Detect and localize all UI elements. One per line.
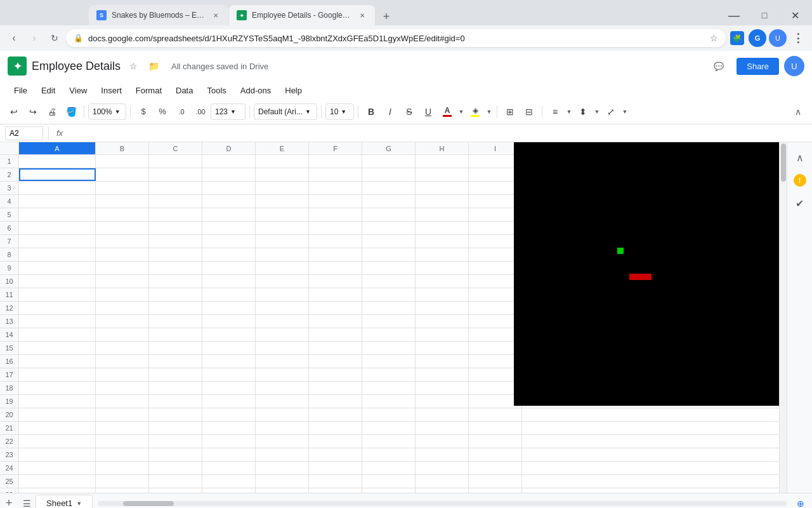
star-icon[interactable]: ☆ [710, 33, 718, 43]
cell[interactable] [416, 408, 469, 421]
cell[interactable] [416, 328, 469, 341]
cell[interactable] [416, 422, 469, 434]
cell[interactable] [19, 342, 96, 354]
tab-snakes-close[interactable]: ✕ [211, 10, 221, 20]
cell[interactable] [202, 328, 256, 341]
cell[interactable] [19, 408, 96, 421]
row-number[interactable]: 6 [0, 222, 19, 234]
cell[interactable] [96, 195, 149, 208]
cell[interactable] [19, 208, 96, 221]
cell[interactable] [19, 328, 96, 341]
cell[interactable] [309, 222, 362, 234]
cell[interactable] [309, 448, 362, 461]
cell[interactable] [202, 208, 256, 221]
cell[interactable] [96, 462, 149, 474]
col-header-e[interactable]: E [256, 142, 309, 154]
cell[interactable] [362, 155, 416, 168]
menu-insert[interactable]: Insert [95, 84, 128, 97]
tab-sheets-close[interactable]: ✕ [357, 10, 367, 20]
menu-file[interactable]: File [8, 84, 34, 97]
sheet-tab-dropdown[interactable]: ▼ [76, 500, 82, 507]
cell[interactable] [19, 248, 96, 261]
cell[interactable] [362, 275, 416, 288]
extensions-button[interactable]: 🧩 [728, 29, 746, 47]
cell[interactable] [256, 408, 309, 421]
cell[interactable] [19, 422, 96, 434]
cell[interactable] [309, 168, 362, 181]
cell[interactable] [202, 182, 256, 194]
cell[interactable] [149, 395, 202, 408]
cell[interactable] [416, 448, 469, 461]
row-number[interactable]: 5 [0, 208, 19, 221]
row-number[interactable]: 12 [0, 302, 19, 314]
cell[interactable] [416, 475, 469, 488]
cell[interactable] [416, 435, 469, 448]
profile-avatar-2[interactable]: U [769, 29, 787, 47]
cell[interactable] [149, 448, 202, 461]
forward-button[interactable]: › [25, 29, 43, 47]
cell[interactable] [256, 382, 309, 394]
cell[interactable] [256, 155, 309, 168]
sheet-tab-sheet1[interactable]: Sheet1 ▼ [36, 495, 93, 509]
currency-button[interactable]: $ [134, 103, 152, 121]
col-header-d[interactable]: D [202, 142, 256, 154]
cell[interactable] [416, 168, 469, 181]
cell[interactable] [202, 368, 256, 381]
formula-input[interactable] [68, 126, 807, 140]
user-avatar-sheets[interactable]: U [784, 56, 804, 76]
col-header-h[interactable]: H [416, 142, 469, 154]
cell[interactable] [362, 422, 416, 434]
cell[interactable] [416, 235, 469, 248]
cell[interactable] [362, 355, 416, 368]
cell[interactable] [256, 208, 309, 221]
cell[interactable] [149, 408, 202, 421]
cell[interactable] [309, 355, 362, 368]
row-number[interactable]: 17 [0, 368, 19, 381]
doc-folder-button[interactable]: 📁 [146, 58, 161, 74]
cell[interactable] [149, 248, 202, 261]
cell[interactable] [362, 328, 416, 341]
cell[interactable] [362, 168, 416, 181]
cell[interactable] [149, 235, 202, 248]
cell[interactable] [309, 235, 362, 248]
v-scrollbar-thumb[interactable] [781, 144, 786, 182]
back-button[interactable]: ‹ [5, 29, 23, 47]
row-number[interactable]: 15 [0, 342, 19, 354]
cell[interactable] [202, 195, 256, 208]
cell[interactable] [96, 275, 149, 288]
vertical-scrollbar[interactable] [779, 142, 787, 493]
cell[interactable] [202, 275, 256, 288]
cell[interactable] [256, 235, 309, 248]
cell[interactable] [362, 208, 416, 221]
cell[interactable] [416, 248, 469, 261]
cell[interactable] [202, 382, 256, 394]
merge-cells-button[interactable]: ⊟ [520, 103, 538, 121]
cell[interactable] [19, 195, 96, 208]
cell[interactable] [416, 355, 469, 368]
row-number[interactable]: 19 [0, 395, 19, 408]
minimize-button[interactable]: — [719, 5, 749, 25]
menu-view[interactable]: View [63, 84, 93, 97]
cell[interactable] [149, 182, 202, 194]
cell[interactable] [256, 168, 309, 181]
cell[interactable] [19, 448, 96, 461]
cell[interactable] [19, 355, 96, 368]
fill-color-button[interactable]: ◈ [466, 103, 484, 121]
cell[interactable] [19, 235, 96, 248]
cell[interactable] [362, 448, 416, 461]
cell[interactable] [309, 315, 362, 328]
cell[interactable] [96, 368, 149, 381]
cell[interactable] [362, 382, 416, 394]
cell[interactable] [96, 235, 149, 248]
col-header-b[interactable]: B [96, 142, 149, 154]
cell[interactable] [202, 342, 256, 354]
row-number[interactable]: 4 [0, 195, 19, 208]
text-color-button[interactable]: A [438, 103, 456, 121]
cell[interactable] [19, 488, 96, 493]
cell[interactable] [416, 208, 469, 221]
percent-button[interactable]: % [154, 103, 171, 121]
cell[interactable] [202, 168, 256, 181]
cell[interactable] [96, 328, 149, 341]
cell[interactable] [416, 395, 469, 408]
cell[interactable] [19, 302, 96, 314]
